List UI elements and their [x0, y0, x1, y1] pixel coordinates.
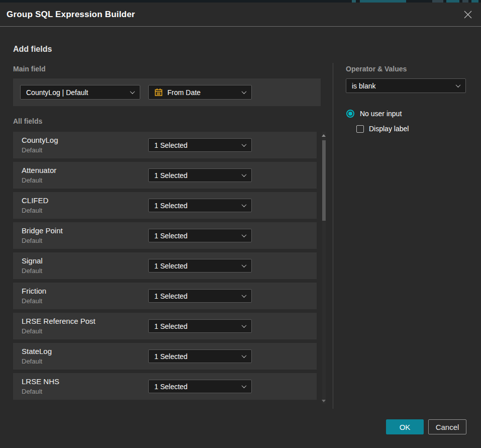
field-type: Default: [22, 237, 42, 244]
field-type: Default: [22, 297, 42, 305]
field-name: Friction: [22, 287, 46, 295]
field-selected-value: 1 Selected: [154, 383, 238, 391]
field-name: StateLog: [22, 347, 52, 355]
scrollbar-thumb[interactable]: [322, 140, 326, 221]
main-field-source-dropdown[interactable]: CountyLog | Default: [20, 85, 140, 100]
field-selected-dropdown[interactable]: 1 Selected: [148, 319, 252, 333]
field-selected-dropdown[interactable]: 1 Selected: [148, 199, 252, 212]
operator-dropdown[interactable]: is blank: [346, 78, 466, 93]
display-label-checkbox-row[interactable]: Display label: [356, 125, 409, 133]
field-type: Default: [22, 207, 42, 214]
field-selected-dropdown[interactable]: 1 Selected: [148, 229, 252, 242]
field-selected-dropdown[interactable]: 1 Selected: [148, 289, 252, 303]
chevron-down-icon: [242, 142, 247, 147]
field-row: Friction Default 1 Selected: [13, 283, 317, 309]
main-field-field-value: From Date: [167, 88, 238, 97]
main-field-label: Main field: [13, 65, 46, 73]
field-selected-dropdown[interactable]: 1 Selected: [148, 168, 252, 182]
field-name: Attenuator: [22, 166, 56, 174]
dialog-title: Group SQL Expression Builder: [7, 10, 135, 20]
chevron-down-icon: [456, 82, 461, 87]
main-field-source-value: CountyLog | Default: [26, 88, 127, 97]
cancel-button[interactable]: Cancel: [428, 419, 466, 434]
chevron-down-icon: [242, 353, 247, 358]
close-icon: [464, 11, 472, 19]
field-type: Default: [22, 267, 42, 275]
field-name: LRSE Reference Post: [22, 317, 95, 325]
field-selected-value: 1 Selected: [154, 232, 238, 240]
scroll-up-arrow-icon[interactable]: [322, 134, 326, 137]
field-selected-dropdown[interactable]: 1 Selected: [148, 349, 252, 363]
field-selected-value: 1 Selected: [154, 141, 238, 149]
field-row: Attenuator Default 1 Selected: [13, 162, 317, 189]
chevron-down-icon: [242, 293, 247, 298]
chevron-down-icon: [242, 262, 247, 267]
field-selected-value: 1 Selected: [154, 322, 238, 330]
field-row: StateLog Default 1 Selected: [13, 343, 317, 370]
field-row: Bridge Point Default 1 Selected: [13, 222, 317, 249]
chevron-down-icon: [242, 232, 247, 237]
no-user-input-radio[interactable]: No user input: [346, 110, 402, 118]
field-selected-dropdown[interactable]: 1 Selected: [148, 138, 252, 152]
field-selected-value: 1 Selected: [154, 202, 238, 210]
close-button[interactable]: [463, 10, 473, 20]
field-selected-dropdown[interactable]: 1 Selected: [148, 259, 252, 273]
field-name: CountyLog: [22, 136, 58, 144]
field-type: Default: [22, 357, 42, 365]
field-row: CLIFED Default 1 Selected: [13, 192, 317, 219]
field-type: Default: [22, 176, 42, 184]
field-name: CLIFED: [22, 196, 48, 205]
field-type: Default: [22, 327, 42, 335]
scroll-down-arrow-icon[interactable]: [322, 400, 326, 402]
app-root: Group SQL Expression Builder Add fields …: [0, 0, 481, 448]
field-name: Bridge Point: [22, 226, 63, 235]
calendar-icon: [154, 88, 163, 97]
operator-value: is blank: [352, 82, 452, 90]
panel-divider: [333, 63, 333, 409]
field-row: LRSE NHS Default 1 Selected: [13, 373, 317, 400]
chevron-down-icon: [130, 89, 135, 94]
main-field-panel: CountyLog | Default From Date: [13, 78, 321, 106]
field-row: CountyLog Default 1 Selected: [13, 132, 317, 158]
field-type: Default: [22, 388, 42, 395]
field-selected-value: 1 Selected: [154, 171, 238, 180]
display-label-label: Display label: [369, 125, 409, 133]
field-selected-value: 1 Selected: [154, 262, 238, 270]
chevron-down-icon: [242, 323, 247, 328]
all-fields-list: CountyLog Default 1 Selected Attenuator …: [13, 132, 317, 403]
field-selected-value: 1 Selected: [154, 352, 238, 361]
operator-values-label: Operator & Values: [346, 65, 407, 73]
field-type: Default: [22, 146, 42, 154]
no-user-input-label: No user input: [360, 110, 402, 118]
field-row: LRSE Reference Post Default 1 Selected: [13, 313, 317, 339]
fields-scrollbar[interactable]: [322, 132, 326, 404]
add-fields-heading: Add fields: [13, 45, 52, 54]
chevron-down-icon: [242, 202, 247, 207]
field-selected-dropdown[interactable]: 1 Selected: [148, 380, 252, 393]
dialog-title-bar: Group SQL Expression Builder: [0, 3, 481, 27]
field-name: Signal: [22, 256, 43, 265]
main-field-field-dropdown[interactable]: From Date: [148, 85, 252, 100]
radio-selected-icon: [346, 110, 354, 118]
field-name: LRSE NHS: [22, 377, 59, 386]
checkbox-unchecked-icon[interactable]: [356, 125, 364, 133]
all-fields-label: All fields: [13, 117, 42, 125]
chevron-down-icon: [242, 172, 247, 177]
chevron-down-icon: [242, 383, 247, 388]
field-row: Signal Default 1 Selected: [13, 252, 317, 279]
field-selected-value: 1 Selected: [154, 292, 238, 300]
sql-expression-builder-dialog: Group SQL Expression Builder Add fields …: [0, 3, 481, 448]
chevron-down-icon: [242, 89, 247, 94]
ok-button[interactable]: OK: [386, 419, 424, 434]
